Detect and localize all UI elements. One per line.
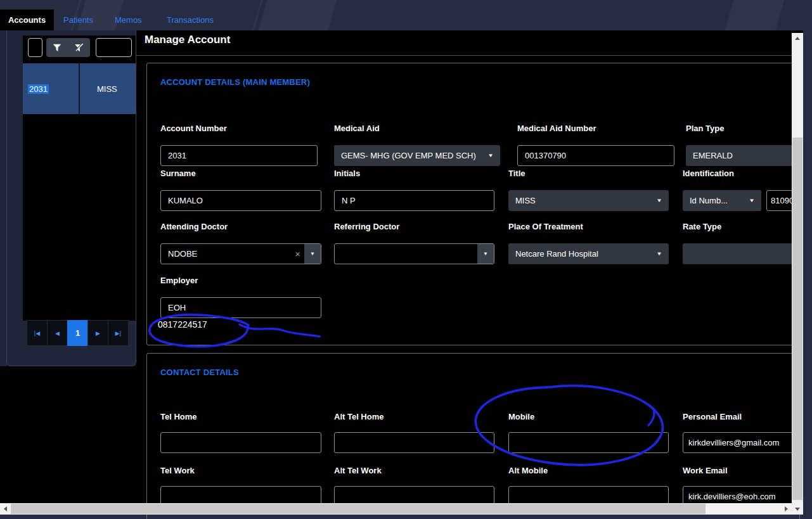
tab-accounts[interactable]: Accounts	[0, 10, 54, 30]
caret-down-icon[interactable]: ▼	[477, 244, 494, 264]
title-dropdown[interactable]: MISS ▼	[508, 190, 669, 211]
tel-home-label: Tel Home	[160, 412, 197, 421]
contact-details-section-title: CONTACT DETAILS	[160, 368, 239, 377]
rate-type-field	[683, 243, 801, 264]
medical-aid-label: Medical Aid	[334, 124, 380, 133]
current-page-button[interactable]: 1	[67, 320, 88, 346]
caret-down-icon: ▼	[487, 153, 494, 158]
medical-aid-dropdown[interactable]: GEMS- MHG (GOV EMP MED SCH) ▼	[334, 145, 500, 166]
background-streak	[722, 0, 787, 30]
referring-doctor-combobox[interactable]: ▼	[334, 243, 494, 264]
apply-filter-button[interactable]	[46, 38, 68, 57]
account-details-panel: ACCOUNT DETAILS (MAIN MEMBER) Account Nu…	[146, 63, 800, 345]
grid-pagination: |◀ ◀ 1 ▶ ▶|	[27, 320, 129, 346]
attending-doctor-combobox[interactable]: NDOBE × ▼	[160, 243, 321, 264]
horizontal-scrollbar[interactable]	[0, 503, 792, 515]
plan-type-label: Plan Type	[686, 124, 724, 133]
scroll-down-icon	[795, 508, 800, 511]
next-page-button[interactable]: ▶	[87, 320, 108, 346]
manage-account-page: Manage Account ACCOUNT DETAILS (MAIN MEM…	[136, 30, 792, 503]
account-details-section-title: ACCOUNT DETAILS (MAIN MEMBER)	[160, 77, 310, 87]
medical-aid-value: GEMS- MHG (GOV EMP MED SCH)	[341, 151, 476, 160]
tel-home-field[interactable]	[160, 432, 321, 453]
horizontal-scrollbar-thumb[interactable]	[11, 504, 706, 514]
filter-funnel-icon	[53, 44, 61, 52]
tab-memos[interactable]: Memos	[115, 10, 142, 30]
identification-label: Identification	[683, 169, 734, 178]
account-row[interactable]: 2031 MISS	[23, 63, 136, 114]
accounts-grid: 2031 MISS	[23, 35, 136, 321]
grid-filter-input-title[interactable]	[96, 38, 132, 57]
account-number-value: 2031	[28, 84, 49, 94]
caret-down-icon: ▼	[656, 198, 662, 203]
medical-aid-number-label: Medical Aid Number	[517, 124, 596, 133]
scroll-up-icon	[795, 37, 800, 40]
place-of-treatment-value: Netcare Rand Hospital	[515, 249, 598, 259]
rate-type-label: Rate Type	[683, 222, 721, 231]
identification-type-value: Id Numb...	[690, 196, 728, 205]
identification-type-dropdown[interactable]: Id Numb... ▼	[683, 190, 761, 211]
referring-doctor-box[interactable]	[334, 243, 494, 264]
plan-type-value: EMERALD	[693, 151, 733, 160]
previous-page-button[interactable]: ◀	[47, 320, 68, 346]
scroll-left-button[interactable]	[0, 503, 11, 515]
mobile-label: Mobile	[508, 412, 534, 421]
grid-filter-buttons	[46, 38, 90, 57]
alt-tel-home-label: Alt Tel Home	[334, 412, 384, 421]
tel-work-label: Tel Work	[160, 466, 195, 475]
attending-doctor-value: NDOBE	[168, 249, 197, 259]
account-number-cell[interactable]: 2031	[23, 63, 80, 114]
tab-patients[interactable]: Patients	[63, 10, 93, 30]
title-value: MISS	[515, 196, 536, 205]
alt-mobile-label: Alt Mobile	[508, 466, 548, 475]
referring-doctor-label: Referring Doctor	[334, 222, 399, 231]
background-streak	[255, 0, 339, 30]
title-label: Title	[508, 169, 525, 178]
scroll-down-button[interactable]	[792, 504, 803, 515]
plan-type-field: EMERALD	[686, 145, 801, 166]
first-page-button[interactable]: |◀	[27, 320, 48, 346]
page-title: Manage Account	[145, 34, 230, 46]
last-page-button[interactable]: ▶|	[108, 320, 129, 346]
tab-transactions[interactable]: Transactions	[167, 10, 214, 30]
clear-value-icon[interactable]: ×	[295, 243, 300, 264]
caret-down-icon[interactable]: ▼	[304, 244, 321, 264]
scroll-right-button[interactable]	[781, 503, 792, 515]
accounts-list-panel: 2031 MISS |◀ ◀ 1 ▶ ▶|	[6, 30, 136, 366]
vertical-scrollbar[interactable]	[792, 33, 803, 515]
mobile-field[interactable]	[508, 432, 669, 453]
initials-label: Initials	[334, 169, 360, 178]
place-of-treatment-label: Place Of Treatment	[508, 222, 583, 231]
employer-label: Employer	[160, 276, 198, 285]
app-window: Accounts Patients Memos Transactions	[0, 0, 812, 519]
caret-down-icon: ▼	[656, 251, 662, 257]
scroll-up-button[interactable]	[792, 33, 803, 44]
clear-filter-icon	[74, 43, 84, 52]
alt-tel-work-label: Alt Tel Work	[334, 466, 382, 475]
attending-doctor-label: Attending Doctor	[160, 222, 228, 231]
account-title-cell[interactable]: MISS	[81, 63, 136, 114]
place-of-treatment-dropdown[interactable]: Netcare Rand Hospital ▼	[508, 243, 669, 264]
personal-email-label: Personal Email	[683, 412, 742, 421]
account-number-field[interactable]	[160, 145, 318, 166]
title-separator	[136, 55, 792, 56]
initials-field[interactable]	[334, 190, 494, 211]
account-title-value: MISS	[97, 84, 117, 94]
personal-email-field[interactable]	[683, 432, 801, 453]
grid-filter-input-account[interactable]	[28, 38, 42, 57]
medical-aid-number-field[interactable]	[517, 145, 674, 166]
employer-field[interactable]	[160, 297, 321, 318]
vertical-scrollbar-thumb[interactable]	[792, 138, 802, 500]
right-margin	[803, 0, 812, 519]
scroll-left-icon	[4, 506, 7, 511]
account-number-label: Account Number	[160, 124, 227, 133]
caret-down-icon: ▼	[749, 198, 755, 203]
top-navigation-bar: Accounts Patients Memos Transactions	[0, 0, 812, 30]
work-email-label: Work Email	[683, 466, 728, 475]
alt-tel-home-field[interactable]	[334, 432, 494, 453]
clear-filter-button[interactable]	[68, 38, 91, 57]
surname-field[interactable]	[160, 190, 321, 211]
contact-details-panel: CONTACT DETAILS Tel Home Alt Tel Home Mo…	[146, 353, 800, 519]
surname-label: Surname	[160, 169, 196, 178]
handwritten-phone-note: 0817224517	[158, 319, 207, 330]
